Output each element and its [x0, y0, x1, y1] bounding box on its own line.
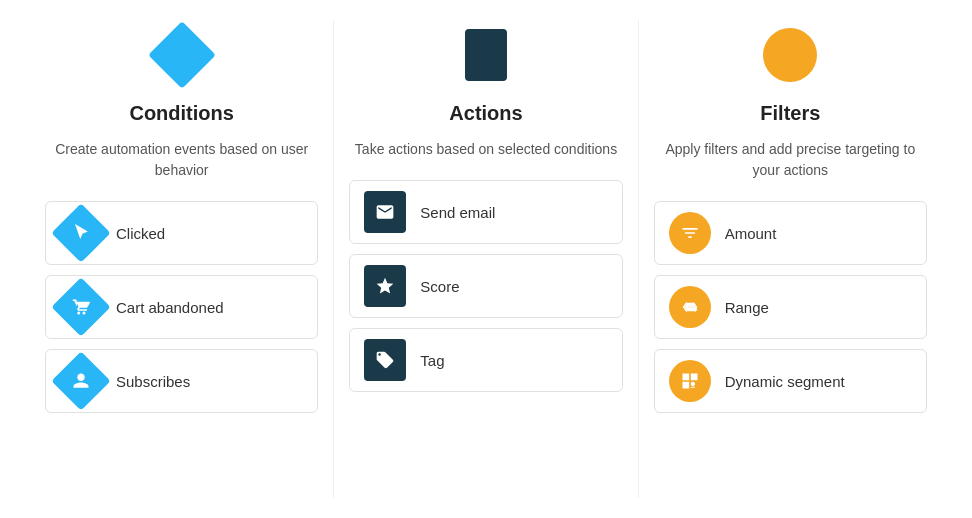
item-amount[interactable]: Amount — [654, 201, 927, 265]
item-dynamic-segment[interactable]: Dynamic segment — [654, 349, 927, 413]
item-tag[interactable]: Tag — [349, 328, 622, 392]
conditions-header-icon — [147, 20, 217, 90]
dynamic-segment-icon — [669, 360, 711, 402]
dynamic-segment-label: Dynamic segment — [725, 373, 845, 390]
subscribes-icon — [51, 351, 110, 410]
filters-column: Filters Apply filters and add precise ta… — [638, 20, 942, 498]
conditions-list: Clicked Cart abandoned Subscribes — [45, 201, 318, 413]
send-email-label: Send email — [420, 204, 495, 221]
clicked-label: Clicked — [116, 225, 165, 242]
main-container: Conditions Create automation events base… — [0, 0, 972, 518]
tag-icon — [364, 339, 406, 381]
range-label: Range — [725, 299, 769, 316]
subscribes-label: Subscribes — [116, 373, 190, 390]
item-cart-abandoned[interactable]: Cart abandoned — [45, 275, 318, 339]
score-label: Score — [420, 278, 459, 295]
item-score[interactable]: Score — [349, 254, 622, 318]
tag-label: Tag — [420, 352, 444, 369]
conditions-column: Conditions Create automation events base… — [30, 20, 333, 498]
conditions-title: Conditions — [129, 102, 233, 125]
conditions-desc: Create automation events based on user b… — [45, 139, 318, 181]
clicked-icon — [51, 203, 110, 262]
filters-header-icon — [755, 20, 825, 90]
actions-desc: Take actions based on selected condition… — [355, 139, 617, 160]
actions-list: Send email Score Tag — [349, 180, 622, 392]
cart-abandoned-label: Cart abandoned — [116, 299, 224, 316]
score-icon — [364, 265, 406, 307]
item-clicked[interactable]: Clicked — [45, 201, 318, 265]
filters-title: Filters — [760, 102, 820, 125]
item-send-email[interactable]: Send email — [349, 180, 622, 244]
actions-header-icon — [451, 20, 521, 90]
filters-list: Amount Range — [654, 201, 927, 413]
item-subscribes[interactable]: Subscribes — [45, 349, 318, 413]
cart-abandoned-icon — [51, 277, 110, 336]
amount-icon — [669, 212, 711, 254]
actions-column: Actions Take actions based on selected c… — [333, 20, 637, 498]
send-email-icon — [364, 191, 406, 233]
range-icon — [669, 286, 711, 328]
actions-title: Actions — [449, 102, 522, 125]
filters-desc: Apply filters and add precise targeting … — [654, 139, 927, 181]
item-range[interactable]: Range — [654, 275, 927, 339]
amount-label: Amount — [725, 225, 777, 242]
